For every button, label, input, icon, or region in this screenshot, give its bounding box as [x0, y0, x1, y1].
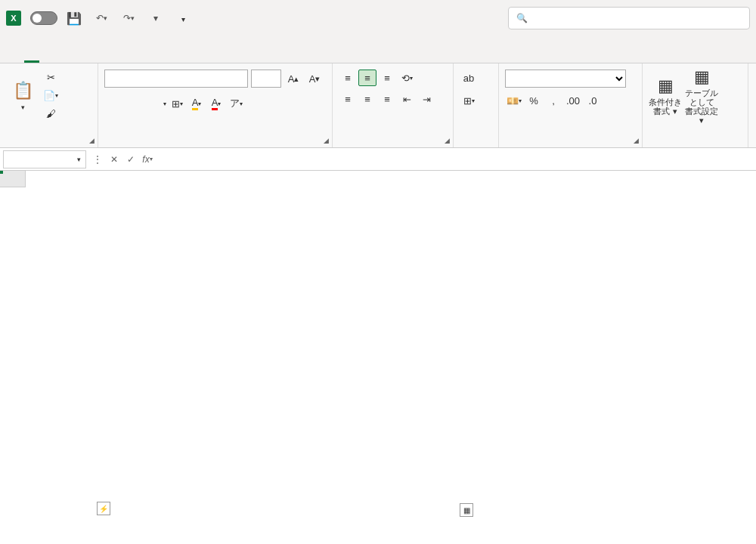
format-as-table-button[interactable]: ▦ テーブルとして書式設定 ▾ [685, 70, 718, 122]
autofill-options-icon[interactable]: ▦ [460, 503, 473, 517]
group-font: A▴ A▾ ▾ ⊞▾ A▾ A▾ ア▾ ◢ [98, 63, 333, 147]
redo-icon[interactable]: ↷▾ [118, 8, 139, 29]
clipboard-launcher-icon[interactable]: ◢ [89, 137, 94, 144]
orientation-icon[interactable]: ⟲▾ [398, 70, 416, 86]
fb-separator: ⋮ [89, 151, 106, 168]
clipboard-icon: 📋 [13, 81, 33, 100]
ribbon-tabs [0, 36, 756, 63]
tab-table-design[interactable] [187, 51, 203, 63]
font-name-input[interactable] [104, 70, 248, 88]
wrap-text-icon[interactable]: ab [460, 70, 478, 86]
excel-icon: X [6, 11, 21, 26]
search-input[interactable]: 🔍 [508, 7, 750, 29]
cond-format-icon: ▦ [658, 76, 674, 96]
align-middle-icon[interactable]: ≡ [358, 70, 376, 86]
toggle-switch[interactable] [30, 11, 57, 25]
autosave-toggle[interactable] [27, 11, 57, 25]
cancel-icon[interactable]: ✕ [106, 151, 122, 168]
formula-input[interactable] [156, 150, 756, 168]
tab-developer[interactable] [151, 51, 166, 63]
fill-color-icon[interactable]: A▾ [187, 95, 206, 112]
tab-formulas[interactable] [79, 51, 94, 63]
tab-data[interactable] [97, 51, 112, 63]
bold-button[interactable] [104, 95, 122, 112]
group-styles: ▦ 条件付き書式 ▾ ▦ テーブルとして書式設定 ▾ [643, 63, 748, 147]
align-launcher-icon[interactable]: ◢ [445, 137, 450, 144]
merge-icon[interactable]: ⊞▾ [460, 92, 478, 109]
comma-icon[interactable]: , [544, 92, 562, 109]
increase-decimal-icon[interactable]: .00 [564, 92, 582, 109]
align-top-icon[interactable]: ≡ [339, 70, 357, 86]
font-size-input[interactable] [251, 70, 281, 88]
number-format-select[interactable] [505, 70, 626, 88]
percent-icon[interactable]: % [525, 92, 543, 109]
copy-icon[interactable]: 📄▾ [42, 88, 59, 103]
smart-tag-icon[interactable]: ⚡ [97, 502, 110, 515]
qat-more-icon[interactable]: ▾ [145, 8, 166, 29]
align-bottom-icon[interactable]: ≡ [378, 70, 396, 86]
indent-increase-icon[interactable]: ⇥ [417, 91, 435, 107]
italic-button[interactable] [124, 95, 142, 112]
title-bar: X 💾 ↶▾ ↷▾ ▾ ▾ 🔍 [0, 0, 756, 36]
tab-help[interactable] [169, 51, 184, 63]
name-box[interactable]: ▾ [3, 150, 86, 168]
number-launcher-icon[interactable]: ◢ [634, 137, 639, 144]
decrease-font-icon[interactable]: A▾ [305, 70, 324, 87]
group-alignment: ≡ ≡ ≡ ⟲▾ ≡ ≡ ≡ ⇤ ⇥ ◢ [333, 63, 454, 147]
group-number: 💴▾ % , .00 .0 ◢ [499, 63, 643, 147]
fx-icon[interactable]: fx▾ [139, 151, 156, 168]
font-color-icon[interactable]: A▾ [207, 95, 225, 112]
underline-button[interactable] [144, 95, 162, 112]
format-painter-icon[interactable]: 🖌 [42, 106, 59, 121]
group-clipboard: 📋 ▾ ✂ 📄▾ 🖌 ◢ [0, 63, 98, 147]
paste-button[interactable]: 📋 ▾ [6, 70, 39, 122]
conditional-format-button[interactable]: ▦ 条件付き書式 ▾ [649, 70, 682, 122]
align-center-icon[interactable]: ≡ [358, 91, 376, 107]
table-format-icon: ▦ [694, 67, 710, 87]
worksheet-grid[interactable]: ⚡ ▦ [0, 171, 756, 544]
group-wrap: ab ⊞▾ [454, 63, 499, 147]
phonetic-icon[interactable]: ア▾ [227, 95, 245, 112]
currency-icon[interactable]: 💴▾ [505, 92, 523, 109]
increase-font-icon[interactable]: A▴ [284, 70, 302, 87]
cut-icon[interactable]: ✂ [42, 70, 59, 85]
search-icon: 🔍 [516, 13, 528, 23]
borders-icon[interactable]: ⊞▾ [168, 95, 186, 112]
tab-view[interactable] [133, 51, 148, 63]
font-launcher-icon[interactable]: ◢ [324, 137, 329, 144]
enter-icon[interactable]: ✓ [122, 151, 139, 168]
undo-icon[interactable]: ↶▾ [91, 8, 112, 29]
formula-bar: ▾ ⋮ ✕ ✓ fx▾ [0, 148, 756, 171]
tab-page-layout[interactable] [60, 51, 76, 63]
decrease-decimal-icon[interactable]: .0 [584, 92, 602, 109]
file-name[interactable]: ▾ [181, 12, 185, 24]
align-left-icon[interactable]: ≡ [339, 91, 357, 107]
tab-home[interactable] [24, 48, 39, 63]
ribbon: 📋 ▾ ✂ 📄▾ 🖌 ◢ A▴ A▾ [0, 63, 756, 148]
indent-decrease-icon[interactable]: ⇤ [398, 91, 416, 107]
select-all-corner[interactable] [0, 171, 26, 187]
save-icon[interactable]: 💾 [64, 8, 85, 29]
tab-insert[interactable] [42, 51, 57, 63]
tab-file[interactable] [6, 51, 21, 63]
align-right-icon[interactable]: ≡ [378, 91, 396, 107]
tab-review[interactable] [115, 51, 130, 63]
